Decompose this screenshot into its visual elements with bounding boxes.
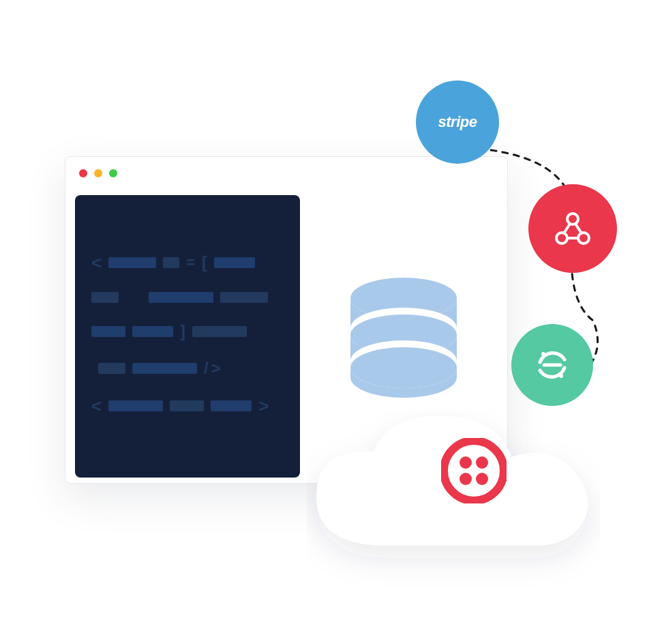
database-icon xyxy=(346,275,462,398)
svg-point-5 xyxy=(444,441,504,501)
code-editor-panel: < = [ ] xyxy=(75,195,300,478)
webhook-icon xyxy=(552,208,593,249)
stripe-bubble: stripe xyxy=(416,80,499,164)
window-traffic-lights xyxy=(65,157,507,190)
svg-point-10 xyxy=(567,214,578,224)
code-line: ] xyxy=(91,323,284,340)
svg-point-14 xyxy=(541,352,545,356)
svg-point-12 xyxy=(578,233,589,244)
integration-illustration: < = [ ] xyxy=(0,0,662,644)
traffic-light-red xyxy=(79,169,87,177)
code-line xyxy=(91,292,284,303)
svg-point-4 xyxy=(350,347,457,388)
segment-icon xyxy=(532,345,573,385)
code-line: < > xyxy=(91,397,284,415)
traffic-light-yellow xyxy=(94,169,102,177)
svg-point-9 xyxy=(476,473,488,485)
segment-bubble xyxy=(511,324,593,406)
code-line: < = [ xyxy=(91,254,284,272)
code-line: /> xyxy=(91,360,284,377)
svg-point-6 xyxy=(460,456,472,469)
svg-point-7 xyxy=(476,456,488,469)
webhook-bubble xyxy=(528,184,617,273)
stripe-label: stripe xyxy=(438,113,477,131)
svg-point-8 xyxy=(460,473,472,485)
svg-point-15 xyxy=(559,374,563,378)
svg-point-11 xyxy=(556,233,567,244)
traffic-light-green xyxy=(109,169,117,177)
twilio-icon xyxy=(436,433,511,508)
